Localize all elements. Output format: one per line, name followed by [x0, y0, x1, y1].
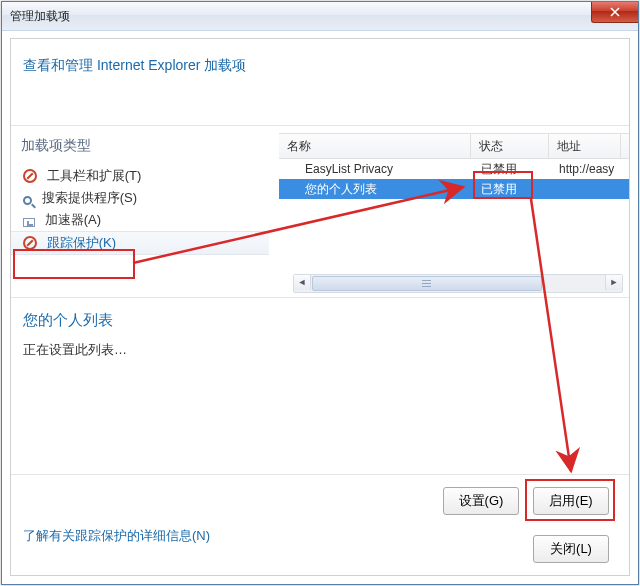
sidebar-item-search-providers[interactable]: 搜索提供程序(S) — [11, 187, 269, 209]
sidebar-item-label: 跟踪保护(K) — [47, 235, 116, 250]
column-header-name[interactable]: 名称 — [279, 134, 471, 158]
settings-button[interactable]: 设置(G) — [443, 487, 519, 515]
scroll-left-button[interactable]: ◄ — [294, 275, 311, 290]
window-close-button[interactable] — [591, 2, 638, 23]
sidebar-item-accelerators[interactable]: 加速器(A) — [11, 209, 269, 231]
cell-status: 已禁用 — [481, 159, 553, 179]
cell-address — [559, 179, 639, 199]
column-header-address[interactable]: 地址 — [549, 134, 621, 158]
block-icon — [23, 236, 37, 250]
horizontal-scrollbar[interactable]: ◄ ► — [293, 274, 623, 293]
block-icon — [23, 169, 37, 183]
sidebar-item-tracking-protection[interactable]: 跟踪保护(K) — [11, 231, 269, 255]
detail-subtitle: 正在设置此列表… — [23, 341, 127, 359]
sidebar-item-label: 搜索提供程序(S) — [42, 190, 137, 205]
divider — [11, 125, 629, 126]
list-header: 名称 状态 地址 — [279, 133, 629, 159]
content-pane: 查看和管理 Internet Explorer 加载项 加载项类型 工具栏和扩展… — [10, 38, 630, 576]
detail-title: 您的个人列表 — [23, 311, 113, 330]
cell-status: 已禁用 — [481, 179, 553, 199]
cell-name: EasyList Privacy — [305, 159, 481, 179]
close-button[interactable]: 关闭(L) — [533, 535, 609, 563]
column-header-status[interactable]: 状态 — [471, 134, 549, 158]
divider — [11, 297, 629, 298]
sidebar-item-label: 工具栏和扩展(T) — [47, 168, 142, 183]
scroll-thumb[interactable] — [312, 276, 542, 291]
list-row-selected[interactable]: 您的个人列表 已禁用 — [279, 179, 629, 199]
cell-address: http://easy — [559, 159, 639, 179]
enable-button[interactable]: 启用(E) — [533, 487, 609, 515]
titlebar: 管理加载项 — [2, 2, 638, 31]
close-icon — [610, 7, 620, 17]
sidebar: 加载项类型 工具栏和扩展(T) 搜索提供程序(S) 加速器(A) 跟踪保护(K) — [11, 133, 269, 255]
divider — [11, 474, 629, 475]
learn-more-link[interactable]: 了解有关跟踪保护的详细信息(N) — [23, 527, 210, 545]
search-icon — [23, 196, 32, 205]
list-row[interactable]: EasyList Privacy 已禁用 http://easy — [279, 159, 629, 179]
sidebar-item-toolbars[interactable]: 工具栏和扩展(T) — [11, 165, 269, 187]
list-rows: EasyList Privacy 已禁用 http://easy 您的个人列表 … — [279, 159, 629, 199]
addon-list: 名称 状态 地址 EasyList Privacy 已禁用 http://eas… — [279, 133, 629, 295]
intro-text: 查看和管理 Internet Explorer 加载项 — [23, 57, 246, 75]
sidebar-item-label: 加速器(A) — [45, 212, 101, 227]
cell-name: 您的个人列表 — [305, 179, 481, 199]
sidebar-title: 加载项类型 — [21, 137, 269, 155]
manage-addons-window: 管理加载项 查看和管理 Internet Explorer 加载项 加载项类型 … — [1, 1, 639, 585]
accelerator-icon — [23, 218, 35, 227]
scroll-right-button[interactable]: ► — [605, 275, 622, 290]
window-title: 管理加载项 — [10, 8, 70, 25]
